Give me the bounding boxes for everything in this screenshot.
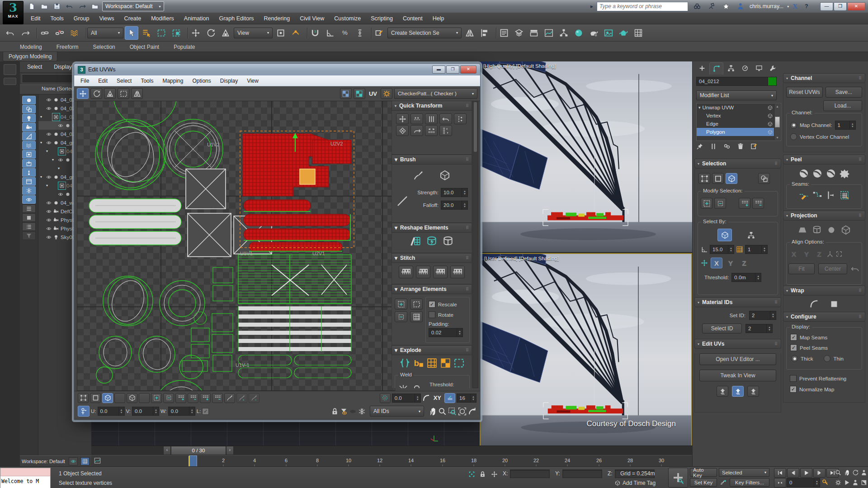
stitch-target-icon[interactable] — [450, 266, 465, 278]
rect-select-region-icon[interactable] — [155, 26, 168, 40]
uv-ring-grow-icon[interactable] — [200, 393, 211, 403]
falloff-curve-icon[interactable] — [396, 195, 408, 207]
sel-by-element-icon[interactable] — [758, 173, 770, 184]
bind-spacewarp-icon[interactable] — [68, 26, 81, 40]
weld-selected-icon[interactable] — [398, 384, 409, 388]
app-logo[interactable]: 3 MAX — [3, 1, 24, 24]
viewport-top-label[interactable]: [High Quality] [Default Shading] — [483, 63, 556, 69]
ribbon-tab[interactable]: Selection — [86, 42, 121, 52]
play-animation-icon[interactable] — [800, 468, 812, 478]
render-setup-icon[interactable] — [587, 26, 600, 40]
view-blank-icon[interactable] — [22, 213, 36, 222]
menu-item[interactable]: Graph Editors — [214, 14, 258, 23]
stitch-source-icon[interactable] — [433, 266, 448, 278]
paint-soft-selection-icon[interactable] — [444, 393, 455, 403]
visibility-eye-icon[interactable] — [46, 140, 52, 145]
lock-aspect-checkbox[interactable] — [202, 408, 209, 415]
qt-distribute-h-icon[interactable] — [425, 125, 438, 136]
tab-polygon-modeling[interactable]: Polygon Modeling — [3, 52, 57, 61]
named-selection-set-dropdown[interactable]: Create Selection Se▾ — [387, 28, 462, 38]
pack-custom-icon[interactable] — [395, 311, 407, 322]
dialog-menu-item[interactable]: Mapping — [158, 76, 188, 85]
listener-macro-row[interactable] — [0, 468, 50, 476]
track-bar-curves-icon[interactable] — [94, 457, 101, 464]
search-expand-icon[interactable]: ▸ — [590, 3, 593, 9]
visibility-eye-icon[interactable] — [46, 105, 52, 111]
object-name-field[interactable]: 04_0212 — [696, 77, 769, 86]
flatten-by-face-icon[interactable] — [440, 357, 451, 369]
uv-space-label[interactable]: UV — [367, 90, 379, 97]
filter-cameras-icon[interactable] — [22, 123, 36, 131]
sel-polygon-icon[interactable] — [726, 173, 737, 184]
modifier-stack-item[interactable]: Edge — [697, 120, 774, 128]
dialog-menu-item[interactable]: Select — [112, 76, 136, 85]
pelt-map-icon[interactable] — [839, 168, 850, 179]
percent-snap-icon[interactable] — [338, 26, 352, 40]
cylindrical-map-icon[interactable] — [812, 225, 822, 235]
expander-icon[interactable]: ▾ — [58, 166, 62, 170]
exchange-icon[interactable]: X — [793, 3, 797, 10]
select-scale-icon[interactable] — [219, 26, 232, 40]
snaps-toggle-icon[interactable] — [308, 26, 322, 40]
load-uvws-button[interactable]: Load... — [823, 100, 862, 111]
project-folder-icon[interactable] — [90, 1, 100, 11]
prevent-reflattening-checkbox[interactable] — [790, 375, 797, 382]
previous-frame-icon[interactable] — [787, 468, 799, 478]
set-key-button[interactable]: Set Key — [690, 478, 717, 487]
sel-vertex-icon[interactable] — [698, 173, 710, 184]
workspace-grid-icon[interactable] — [80, 457, 90, 465]
object-color-swatch[interactable] — [768, 77, 777, 86]
visibility-eye-icon[interactable] — [46, 217, 52, 223]
filter-shapes-icon[interactable] — [22, 177, 36, 186]
qt-align-element-icon[interactable] — [396, 125, 409, 136]
visibility-eye-icon[interactable] — [46, 174, 52, 180]
workspace-dropdown[interactable]: Workspace: Default▾ — [102, 1, 164, 11]
pack-icon[interactable] — [410, 299, 423, 310]
uv-loop-shrink-icon[interactable] — [188, 393, 198, 403]
modifier-list-dropdown[interactable]: Modifier List▾ — [696, 90, 777, 100]
dialog-menu-item[interactable]: Edit — [94, 76, 112, 85]
expander-icon[interactable]: ▾ — [46, 149, 50, 153]
relax-until-flat-icon[interactable] — [410, 235, 421, 247]
stack-eye-icon[interactable]: ▾ — [698, 105, 701, 110]
thick-radio[interactable] — [791, 355, 798, 362]
listener-output-row[interactable]: Welcome to M — [0, 476, 50, 488]
y-coordinate-field[interactable] — [562, 469, 602, 478]
uv-freeform-icon[interactable] — [118, 88, 129, 99]
absolute-mode-icon[interactable] — [489, 470, 499, 479]
select-manipulate-icon[interactable] — [289, 26, 302, 40]
isolate-selection-icon[interactable] — [467, 470, 476, 479]
current-frame-spinner[interactable]: 0▲▼ — [787, 478, 820, 487]
menu-item[interactable]: Help — [428, 14, 449, 23]
selection-filter-dropdown[interactable]: All▾ — [87, 28, 123, 38]
nav-walkthrough-icon[interactable] — [860, 468, 868, 477]
select-by-smoothing-icon[interactable] — [717, 229, 732, 241]
uv-freeze-icon[interactable] — [358, 408, 366, 415]
open-file-icon[interactable] — [39, 1, 50, 11]
modify-tab-icon[interactable] — [709, 62, 723, 75]
filter-containers-icon[interactable] — [22, 159, 36, 168]
viewport-tab2-icon[interactable] — [4, 78, 16, 85]
map-channel-spinner[interactable]: 1▲▼ — [835, 121, 856, 130]
qt-rotate-cw-icon[interactable] — [410, 125, 423, 136]
user-menu-chevron-icon[interactable]: ▾ — [787, 5, 789, 9]
show-grid-icon[interactable] — [354, 88, 365, 99]
rotate-checkbox[interactable] — [429, 311, 435, 318]
link-icon[interactable] — [38, 26, 52, 40]
nav-zoom-icon[interactable] — [834, 468, 842, 477]
curve-editor-icon[interactable] — [542, 26, 556, 40]
uv-paint-add-icon[interactable] — [236, 393, 247, 403]
grow-selection-icon[interactable] — [701, 198, 712, 209]
align-x-button[interactable]: X — [788, 249, 799, 259]
qt-rotate-ccw-icon[interactable] — [439, 113, 452, 124]
relax-custom-icon[interactable] — [442, 235, 454, 247]
shrink-selection-icon[interactable] — [714, 198, 726, 209]
toggle-ribbon-icon[interactable] — [527, 26, 541, 40]
peel-mode-icon[interactable] — [812, 168, 823, 179]
schematic-view-icon[interactable] — [557, 26, 571, 40]
fit-button[interactable]: Fit — [788, 263, 815, 274]
dialog-menu-item[interactable]: Options — [188, 76, 215, 85]
undo-qat-icon[interactable] — [64, 1, 75, 11]
expander-icon[interactable]: ▾ — [46, 183, 50, 188]
modifier-stack-item[interactable]: Vertex — [697, 112, 774, 120]
